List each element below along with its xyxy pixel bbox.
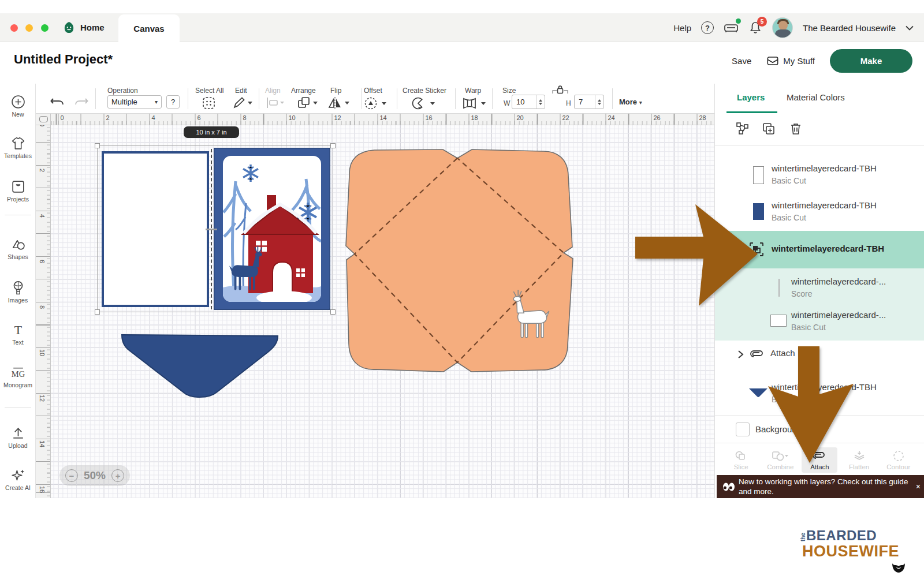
sidebar-item-create-ai[interactable]: Create AI <box>0 468 36 491</box>
more-button[interactable]: More ▾ <box>619 98 642 106</box>
top-ruler: 0246810121416182022242628 <box>51 114 714 125</box>
zoom-control: − 50% + <box>59 465 130 486</box>
lock-aspect-icon[interactable] <box>552 84 569 95</box>
my-stuff-button[interactable]: My Stuff <box>766 55 815 66</box>
group-layers-icon[interactable] <box>736 122 750 136</box>
delete-layer-icon[interactable] <box>789 122 803 136</box>
operation-select[interactable]: Multiple▾ <box>107 95 162 109</box>
zoom-in-button[interactable]: + <box>111 469 124 482</box>
create-sticker-button[interactable] <box>411 96 437 110</box>
left-sidebar: New Templates Projects Shapes Images T T… <box>0 84 36 498</box>
ruler-label: 0 <box>61 114 64 121</box>
sidebar-item-text[interactable]: T Text <box>0 322 36 346</box>
watermark-line1: BEARDED <box>806 528 877 544</box>
toast-text: New to working with layers? Check out th… <box>739 477 911 496</box>
selection-handle-ne[interactable] <box>330 143 336 148</box>
align-button[interactable] <box>266 96 285 109</box>
save-button[interactable]: Save <box>732 56 751 66</box>
height-input[interactable]: 7 <box>574 95 604 109</box>
minimize-window-button[interactable] <box>25 24 33 32</box>
layer-row[interactable]: wintertimelayeredcard-TBH Basic Cut <box>715 153 924 190</box>
edit-toolbar: Operation Multiple▾ ? Select All Edit Al… <box>36 84 714 114</box>
size-tooltip: 10 in x 7 in <box>184 126 239 138</box>
height-stepper[interactable] <box>595 95 603 109</box>
annotation-arrow-layer <box>629 196 763 315</box>
sidebar-item-shapes[interactable]: Shapes <box>0 237 36 260</box>
selection-handle-se[interactable] <box>330 309 336 315</box>
notifications-bell-icon[interactable]: 5 <box>748 21 762 35</box>
ruler-label: 2 <box>39 165 46 175</box>
window-controls <box>10 24 54 34</box>
zoom-window-button[interactable] <box>41 24 49 32</box>
ruler-label: 6 <box>198 114 201 121</box>
canvas-grid[interactable]: 10 in x 7 in <box>51 125 714 498</box>
ruler-label: 24 <box>608 114 615 121</box>
height-value: 7 <box>575 98 595 106</box>
card-inner-panel[interactable] <box>102 151 209 307</box>
sidebar-item-projects[interactable]: Projects <box>0 179 36 203</box>
toolbar-divider <box>455 88 456 109</box>
tab-canvas[interactable]: Canvas <box>118 14 180 42</box>
ruler-origin-toggle[interactable] <box>36 114 51 125</box>
sidebar-item-monogram[interactable]: MG Monogram <box>0 365 36 388</box>
warp-button[interactable] <box>462 96 489 110</box>
slice-label: Slice <box>723 463 759 470</box>
ruler-label: 14 <box>39 439 46 449</box>
help-link[interactable]: Help <box>673 23 691 33</box>
width-label: W <box>504 99 510 107</box>
tab-material-colors[interactable]: Material Colors <box>787 92 845 102</box>
toast-close-icon[interactable]: × <box>916 482 921 492</box>
flip-button[interactable] <box>327 96 351 110</box>
save-label: Save <box>732 56 751 66</box>
chevron-right-icon[interactable] <box>737 350 744 359</box>
sidebar-item-label: Images <box>0 297 36 304</box>
contour-button[interactable]: Contour <box>881 450 916 470</box>
sidebar-item-new[interactable]: New <box>0 94 36 118</box>
select-all-button[interactable] <box>202 96 215 110</box>
templates-icon <box>0 136 36 151</box>
zoom-out-button[interactable]: − <box>65 469 78 482</box>
card-artwork-group[interactable] <box>97 145 333 312</box>
left-ruler: 0246810121416 <box>36 125 51 498</box>
width-input[interactable]: 10 <box>512 95 545 109</box>
tab-home[interactable]: Home <box>62 13 105 41</box>
arrange-button[interactable] <box>297 96 319 110</box>
help-question-icon[interactable]: ? <box>701 21 714 34</box>
background-checkbox[interactable] <box>736 423 750 436</box>
undo-button[interactable] <box>50 96 65 108</box>
duplicate-layer-icon[interactable] <box>762 122 776 136</box>
selection-handle-sw[interactable] <box>95 309 100 315</box>
ruler-label: 10 <box>39 347 46 358</box>
envelope-artwork[interactable] <box>341 144 579 377</box>
slice-button[interactable]: Slice <box>723 450 759 470</box>
zoom-level: 50% <box>84 469 106 482</box>
shapes-icon <box>0 237 36 252</box>
card-front-panel[interactable] <box>214 148 330 310</box>
flap-liner-artwork[interactable] <box>117 332 282 407</box>
home-icon <box>62 21 76 34</box>
sidebar-item-templates[interactable]: Templates <box>0 136 36 159</box>
operation-value: Multiple <box>111 98 137 106</box>
offset-button[interactable] <box>364 96 388 110</box>
layer-thumbnail <box>753 166 764 184</box>
header-actions: Save My Stuff Make <box>732 49 912 73</box>
account-chevron-down-icon[interactable] <box>906 25 914 31</box>
more-label: More <box>619 98 637 106</box>
new-icon <box>0 94 36 110</box>
ruler-label: 6 <box>39 256 46 267</box>
select-all-label: Select All <box>195 87 223 95</box>
edit-button[interactable] <box>232 96 253 110</box>
layers-guide-toast: New to working with layers? Check out th… <box>717 475 924 498</box>
machine-status-icon[interactable] <box>724 21 739 35</box>
close-window-button[interactable] <box>10 24 18 32</box>
selection-handle-nw[interactable] <box>95 143 100 148</box>
redo-button[interactable] <box>74 96 89 108</box>
flip-label: Flip <box>330 87 341 95</box>
tab-layers[interactable]: Layers <box>737 92 765 102</box>
avatar[interactable] <box>772 17 793 38</box>
make-button[interactable]: Make <box>830 49 912 73</box>
operation-help-button[interactable]: ? <box>166 95 180 109</box>
sidebar-item-upload[interactable]: Upload <box>0 425 36 449</box>
sidebar-item-images[interactable]: Images <box>0 280 36 304</box>
width-stepper[interactable] <box>536 95 545 109</box>
